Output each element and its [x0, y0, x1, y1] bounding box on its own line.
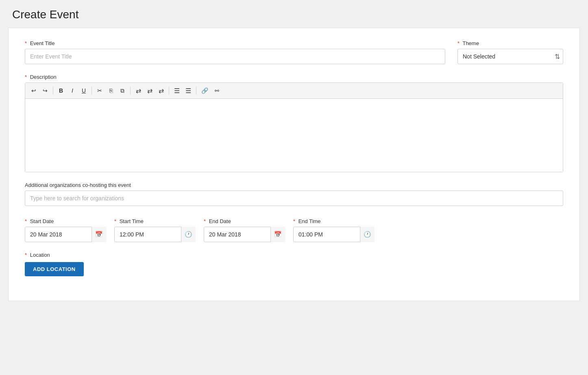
unlink-button[interactable]: ⚯	[211, 85, 222, 96]
end-date-label: * End Date	[204, 218, 285, 224]
end-date-group: * End Date 📅	[204, 218, 285, 242]
theme-select[interactable]: Not Selected Default Blue Green Red	[457, 49, 563, 64]
theme-select-wrapper: Not Selected Default Blue Green Red ⇅	[457, 49, 563, 64]
theme-required-star: *	[457, 40, 460, 46]
underline-button[interactable]: U	[78, 85, 89, 96]
event-title-input[interactable]	[25, 49, 445, 64]
toolbar-divider-5	[196, 87, 196, 95]
start-date-group: * Start Date 📅	[25, 218, 106, 242]
unordered-list-button[interactable]: ☰	[172, 85, 182, 96]
toolbar-divider-4	[169, 87, 169, 95]
form-card: * Event Title * Theme Not Selected Defau…	[8, 28, 580, 301]
copy-button[interactable]: ⎘	[106, 85, 116, 96]
cut-button[interactable]: ✂	[94, 85, 105, 96]
align-center-button[interactable]: ⇄	[144, 85, 155, 96]
start-date-wrapper: 📅	[25, 227, 106, 242]
location-label: * Location	[25, 252, 563, 258]
end-clock-icon[interactable]: 🕐	[360, 227, 375, 242]
calendar-icon[interactable]: 📅	[91, 227, 106, 242]
start-time-group: * Start Time 🕐	[114, 218, 196, 242]
start-date-label: * Start Date	[25, 218, 106, 224]
clock-icon[interactable]: 🕐	[181, 227, 196, 242]
toolbar-divider-1	[53, 87, 53, 95]
end-date-wrapper: 📅	[204, 227, 285, 242]
page-header: Create Event	[0, 0, 588, 28]
redo-button[interactable]: ↪	[40, 85, 50, 96]
desc-required-star: *	[25, 74, 27, 80]
description-section: * Description ↩ ↪ B I U ✂ ⎘ ⧉ ⇄ ⇄ ⇄ ☰	[25, 74, 563, 172]
theme-label: * Theme	[457, 40, 563, 46]
ordered-list-button[interactable]: ☰	[183, 85, 194, 96]
end-time-wrapper: 🕐	[293, 227, 375, 242]
event-title-label: * Event Title	[25, 40, 445, 46]
date-time-row: * Start Date 📅 * Start Time 🕐 * End Date	[25, 218, 563, 242]
end-time-group: * End Time 🕐	[293, 218, 375, 242]
start-time-wrapper: 🕐	[114, 227, 196, 242]
required-star: *	[25, 40, 27, 46]
end-time-label: * End Time	[293, 218, 375, 224]
description-editor[interactable]	[25, 99, 563, 172]
org-search-input[interactable]	[25, 191, 563, 206]
toolbar-divider-3	[130, 87, 131, 95]
align-right-button[interactable]: ⇄	[156, 85, 166, 96]
toolbar-divider-2	[91, 87, 92, 95]
italic-button[interactable]: I	[67, 85, 78, 96]
align-left-button[interactable]: ⇄	[133, 85, 144, 96]
undo-button[interactable]: ↩	[28, 85, 39, 96]
page-title: Create Event	[12, 8, 576, 21]
editor-container: ↩ ↪ B I U ✂ ⎘ ⧉ ⇄ ⇄ ⇄ ☰ ☰ 🔗 ⚯	[25, 82, 563, 172]
add-location-button[interactable]: ADD LOCATION	[25, 262, 84, 276]
event-title-group: * Event Title	[25, 40, 445, 64]
description-label: * Description	[25, 74, 563, 80]
theme-group: * Theme Not Selected Default Blue Green …	[457, 40, 563, 64]
editor-toolbar: ↩ ↪ B I U ✂ ⎘ ⧉ ⇄ ⇄ ⇄ ☰ ☰ 🔗 ⚯	[25, 83, 563, 99]
link-button[interactable]: 🔗	[199, 85, 211, 96]
paste-button[interactable]: ⧉	[117, 85, 128, 96]
bold-button[interactable]: B	[56, 85, 66, 96]
org-label: Additional organizations co-hosting this…	[25, 182, 563, 188]
start-time-label: * Start Time	[114, 218, 196, 224]
title-theme-row: * Event Title * Theme Not Selected Defau…	[25, 40, 563, 64]
org-section: Additional organizations co-hosting this…	[25, 182, 563, 206]
location-section: * Location ADD LOCATION	[25, 252, 563, 276]
end-calendar-icon[interactable]: 📅	[270, 227, 285, 242]
